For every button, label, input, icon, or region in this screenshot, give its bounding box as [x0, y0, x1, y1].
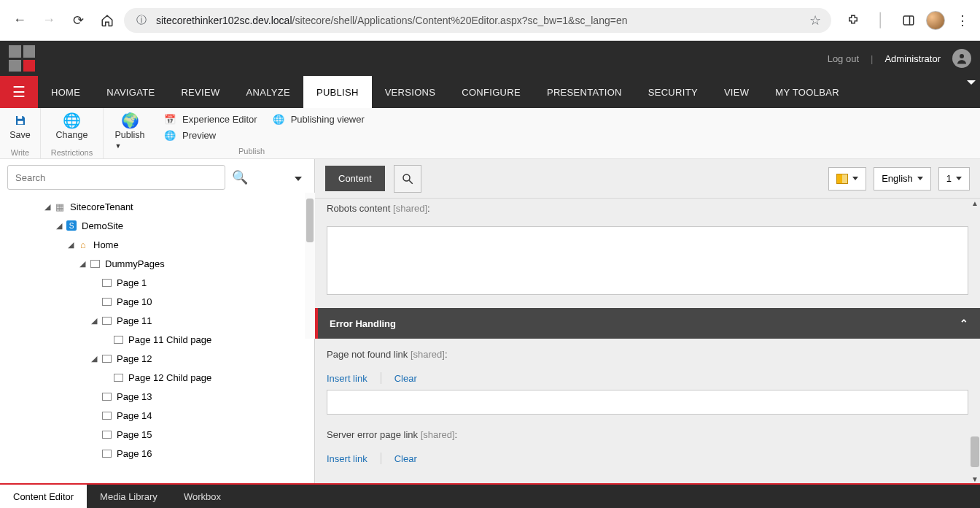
clear-link-pnf[interactable]: Clear	[394, 373, 417, 384]
tree-node[interactable]: Page 15	[0, 425, 314, 444]
tree-scrollbar[interactable]	[305, 193, 315, 339]
content-search-button[interactable]	[394, 165, 421, 193]
tree-node[interactable]: Page 13	[0, 387, 314, 406]
menu-configure[interactable]: CONFIGURE	[448, 76, 534, 108]
expand-icon[interactable]	[89, 392, 99, 401]
expand-icon[interactable]: ◢	[42, 202, 52, 212]
expand-icon[interactable]	[89, 297, 99, 306]
folder-icon	[101, 390, 112, 402]
expand-icon[interactable]	[89, 411, 99, 420]
menu-analyze[interactable]: ANALYZE	[233, 76, 303, 108]
folder-icon	[101, 296, 112, 307]
tree-node[interactable]: ◢▦SitecoreTenant	[0, 197, 314, 216]
tree-node[interactable]: ◢DummyPages	[0, 254, 314, 273]
publish-button[interactable]: 🌍 Publish ▼	[109, 111, 151, 152]
scroll-up-arrow[interactable]: ▲	[971, 199, 979, 207]
expand-icon[interactable]	[101, 373, 111, 382]
app-logo[interactable]	[9, 45, 35, 72]
menu-presentation[interactable]: PRESENTATION	[534, 76, 635, 108]
scroll-down-arrow[interactable]: ▼	[971, 474, 979, 483]
hamburger-button[interactable]: ☰	[0, 76, 38, 108]
tree-node-label: Page 15	[117, 429, 152, 440]
tree-node[interactable]: ◢⌂Home	[0, 235, 314, 254]
bookmark-icon[interactable]: ☆	[809, 12, 821, 28]
tree-node-label: Page 16	[117, 448, 152, 459]
preview-button[interactable]: 🌐 Preview	[163, 128, 257, 142]
tree-node[interactable]: Page 12 Child page	[0, 368, 314, 387]
error-handling-section-header[interactable]: Error Handling ⌃	[315, 308, 980, 339]
version-dropdown[interactable]: 1	[938, 167, 970, 190]
expand-icon[interactable]	[89, 430, 99, 439]
tree-node[interactable]: Page 11 Child page	[0, 330, 314, 349]
publishing-viewer-label: Publishing viewer	[291, 114, 365, 125]
page-not-found-label: Page not found link [shared]:	[327, 349, 448, 360]
expand-icon[interactable]: ◢	[77, 259, 88, 269]
tree-search-input[interactable]	[7, 165, 225, 190]
profile-avatar[interactable]	[926, 11, 945, 30]
home-button[interactable]	[95, 8, 120, 33]
insert-link-sep[interactable]: Insert link	[327, 453, 368, 464]
side-panel-icon[interactable]	[898, 10, 919, 31]
content-tree[interactable]: ◢▦SitecoreTenant◢SDemoSite◢⌂Home◢DummyPa…	[0, 193, 314, 483]
tree-options-dropdown[interactable]	[288, 171, 308, 184]
expand-icon[interactable]: ◢	[89, 316, 99, 326]
robots-content-field[interactable]	[327, 226, 968, 295]
site-icon: S	[66, 220, 77, 231]
tree-node[interactable]: Page 10	[0, 292, 314, 311]
site-info-icon[interactable]: ⓘ	[134, 14, 149, 27]
save-button[interactable]: Save	[4, 111, 36, 142]
back-button[interactable]: ←	[7, 8, 32, 33]
change-restrictions-button[interactable]: 🌐 Change	[50, 111, 94, 142]
chrome-menu-icon[interactable]: ⋮	[952, 10, 973, 31]
menu-security[interactable]: SECURITY	[635, 76, 711, 108]
user-avatar-icon[interactable]	[952, 49, 971, 68]
tree-node[interactable]: Page 1	[0, 273, 314, 292]
forward-button[interactable]: →	[36, 8, 61, 33]
content-pane: Content English 1 Robots content [shared…	[315, 159, 980, 483]
expand-icon[interactable]	[101, 335, 111, 344]
save-label: Save	[9, 130, 31, 140]
experience-editor-label: Experience Editor	[182, 114, 257, 125]
reload-button[interactable]: ⟳	[66, 8, 90, 33]
publishing-viewer-button[interactable]: 🌐 Publishing viewer	[272, 112, 365, 126]
folder-icon	[112, 334, 124, 345]
address-bar[interactable]: ⓘ sitecorethinker102sc.dev.local/sitecor…	[124, 8, 831, 33]
expand-icon[interactable]: ◢	[54, 221, 64, 231]
tree-node[interactable]: ◢SDemoSite	[0, 216, 314, 235]
bottom-tab-content-editor[interactable]: Content Editor	[0, 485, 87, 508]
content-scrollbar[interactable]: ▲ ▼	[968, 199, 980, 483]
tree-node[interactable]: Page 16	[0, 444, 314, 463]
bottom-tab-workbox[interactable]: Workbox	[171, 485, 234, 508]
change-label: Change	[56, 130, 88, 140]
insert-link-pnf[interactable]: Insert link	[327, 373, 368, 384]
menu-publish[interactable]: PUBLISH	[303, 76, 372, 108]
tree-search-icon[interactable]: 🔍	[230, 167, 250, 188]
page-not-found-field[interactable]	[327, 390, 968, 415]
experience-editor-button[interactable]: 📅 Experience Editor	[163, 112, 257, 126]
menu-navigate[interactable]: NAVIGATE	[93, 76, 168, 108]
tree-node[interactable]: ◢Page 11	[0, 311, 314, 330]
language-dropdown[interactable]: English	[874, 167, 931, 190]
tree-node[interactable]: ◢Page 12	[0, 349, 314, 368]
menu-versions[interactable]: VERSIONS	[372, 76, 449, 108]
menu-view[interactable]: VIEW	[711, 76, 762, 108]
globe-publish-icon: 🌍	[122, 112, 138, 128]
expand-icon[interactable]	[89, 449, 99, 458]
clear-link-sep[interactable]: Clear	[394, 453, 417, 464]
expand-icon[interactable]: ◢	[89, 354, 99, 363]
expand-icon[interactable]	[89, 278, 99, 287]
bottom-tab-media-library[interactable]: Media Library	[87, 485, 171, 508]
menu-my-toolbar[interactable]: MY TOOLBAR	[762, 76, 852, 108]
expand-icon[interactable]: ◢	[66, 240, 76, 250]
content-tab-button[interactable]: Content	[325, 166, 385, 191]
menu-collapse-icon[interactable]	[967, 76, 976, 108]
bookmark-dropdown[interactable]	[828, 167, 866, 190]
extensions-icon[interactable]	[843, 10, 863, 31]
tree-node[interactable]: Page 14	[0, 406, 314, 425]
browser-toolbar: ← → ⟳ ⓘ sitecorethinker102sc.dev.local/s…	[0, 0, 980, 41]
menu-home[interactable]: HOME	[38, 76, 93, 108]
menu-review[interactable]: REVIEW	[168, 76, 233, 108]
folder-icon	[101, 277, 112, 288]
logout-link[interactable]: Log out	[828, 53, 859, 64]
folder-icon	[101, 353, 112, 364]
